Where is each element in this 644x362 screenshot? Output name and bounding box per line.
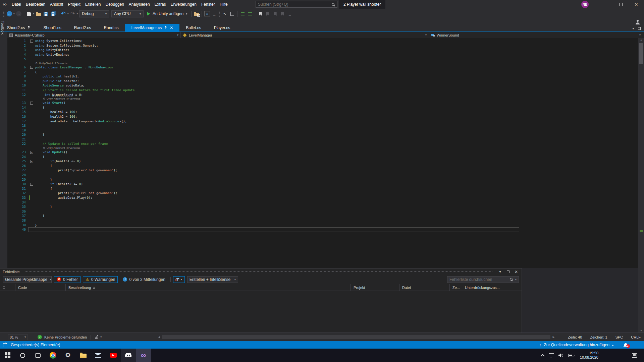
bookmark-prev-icon[interactable] xyxy=(265,10,271,18)
comment-lines-icon[interactable] xyxy=(239,10,246,18)
bookmark-icon[interactable] xyxy=(257,10,263,18)
fold-collapse-icon[interactable]: − xyxy=(30,183,33,186)
search-icon[interactable] xyxy=(509,278,513,281)
line-margin[interactable] xyxy=(26,70,35,74)
scroll-down-icon[interactable]: ▼ xyxy=(638,329,644,332)
code-line[interactable]: 9 public int health2; xyxy=(7,79,638,83)
fold-collapse-icon[interactable]: − xyxy=(30,66,33,69)
window-position-icon[interactable]: ▾ xyxy=(497,269,503,274)
float-icon[interactable] xyxy=(505,269,511,274)
tab-Shoot1.cs[interactable]: Shoot1.cs xyxy=(37,24,67,32)
line-margin[interactable] xyxy=(26,200,35,205)
taskbar-cortana-search-icon[interactable] xyxy=(15,349,30,362)
code-line[interactable]: 33 audioData.Play(0); xyxy=(7,195,638,200)
save-icon[interactable] xyxy=(43,10,49,18)
new-project-icon[interactable] xyxy=(26,10,32,18)
float-window-icon[interactable] xyxy=(638,27,641,30)
warnings-toggle[interactable]: ⚠ 0 Warnungen xyxy=(83,276,118,283)
code-line[interactable]: 37 } xyxy=(7,214,638,218)
taskbar-start-icon[interactable] xyxy=(0,349,15,362)
code-line[interactable]: 28 xyxy=(7,173,638,177)
fold-collapse-icon[interactable]: − xyxy=(30,40,33,43)
back-icon[interactable]: ← xyxy=(6,10,12,18)
code-line[interactable]: 15 health1 = 100; xyxy=(7,110,638,114)
line-ending-indicator[interactable]: CRLF xyxy=(631,335,641,339)
code-line[interactable]: 2using System.Collections.Generic; xyxy=(7,43,638,48)
account-avatar[interactable]: NB xyxy=(581,1,589,8)
code-line[interactable]: 11 // Start is called before the first f… xyxy=(7,88,638,93)
code-line[interactable]: 7{ xyxy=(7,70,638,74)
column-header-Datei[interactable]: Datei xyxy=(399,284,450,291)
platform-dropdown[interactable]: Any CPU▾ xyxy=(111,10,144,17)
line-margin[interactable] xyxy=(26,191,35,195)
code-line[interactable]: 29 } xyxy=(7,177,638,182)
code-line[interactable]: 16 health2 = 100; xyxy=(7,114,638,119)
forward-icon[interactable]: → xyxy=(16,10,22,18)
search-icon[interactable] xyxy=(331,3,335,6)
taskbar-clock[interactable]: 19:50 10.08.2020 xyxy=(577,351,598,360)
code-line[interactable]: 13− void Start() xyxy=(7,101,638,105)
codelens-label[interactable]: Unity-Nachricht | 0 Verweise xyxy=(47,97,80,101)
fold-collapse-icon[interactable]: − xyxy=(30,102,33,105)
code-line[interactable]: 27 print("Spieler2 hat gewonnen"); xyxy=(7,168,638,173)
line-margin[interactable] xyxy=(26,74,35,79)
code-line[interactable]: 17 audioData = GetComponent<AudioSource>… xyxy=(7,119,638,124)
network-icon[interactable] xyxy=(547,349,556,362)
close-panel-icon[interactable]: ✕ xyxy=(514,269,519,274)
scrollbar-thumb[interactable] xyxy=(639,43,643,64)
volume-icon[interactable] xyxy=(556,349,566,362)
line-margin[interactable] xyxy=(26,155,35,159)
battery-icon[interactable] xyxy=(566,349,577,362)
line-margin[interactable] xyxy=(26,168,35,173)
code-line[interactable]: 20 } xyxy=(7,132,638,137)
quick-search[interactable] xyxy=(256,1,337,8)
dash-icon[interactable]: _ xyxy=(211,10,217,18)
code-line[interactable]: 34 xyxy=(7,200,638,205)
code-cleanup-icon[interactable] xyxy=(95,335,99,339)
taskbar-chrome-icon[interactable] xyxy=(45,349,60,362)
attach-to-unity-button[interactable]: An Unity anfügen ▾ xyxy=(147,11,187,16)
menu-item[interactable]: Erstellen xyxy=(83,0,103,9)
bookmark-next-icon[interactable] xyxy=(272,10,278,18)
column-header-Code[interactable]: Code xyxy=(15,284,66,291)
line-margin[interactable] xyxy=(26,132,35,137)
line-margin[interactable]: − xyxy=(26,101,35,105)
scroll-left-icon[interactable]: ◀ xyxy=(158,336,160,339)
tab-Bullet.cs[interactable]: Bullet.cs xyxy=(179,24,207,32)
toolbar-grip[interactable] xyxy=(3,11,4,17)
restore-button[interactable] xyxy=(613,0,629,9)
line-margin[interactable] xyxy=(26,209,35,214)
code-line[interactable]: 8 public int health1; xyxy=(7,74,638,79)
code-line[interactable]: 36 xyxy=(7,209,638,214)
code-line[interactable]: 40 xyxy=(7,227,638,232)
scroll-right-icon[interactable]: ▶ xyxy=(552,336,554,339)
code-line[interactable]: 21 xyxy=(7,137,638,142)
action-center-icon[interactable] xyxy=(629,349,639,362)
notifications-bell-icon[interactable]: 1 xyxy=(624,343,628,347)
column-header-Ze...[interactable]: Ze... xyxy=(450,284,462,291)
vertical-scrollbar[interactable]: ▲ ▼ xyxy=(638,38,644,333)
menu-item[interactable]: Analysieren xyxy=(126,0,152,9)
line-margin[interactable] xyxy=(26,119,35,124)
dash-icon[interactable]: _ xyxy=(287,10,293,18)
minimize-button[interactable]: — xyxy=(598,0,613,9)
code-line[interactable]: 31 { xyxy=(7,186,638,191)
tab-Rand2.cs[interactable]: Rand2.cs xyxy=(68,24,98,32)
column-header-Unterdrückungszus...[interactable]: Unterdrückungszus... xyxy=(462,284,510,291)
fold-collapse-icon[interactable]: − xyxy=(30,151,33,154)
space-indicator[interactable]: SPC xyxy=(615,335,623,339)
code-line[interactable]: 35 } xyxy=(7,204,638,209)
line-margin[interactable] xyxy=(26,195,35,200)
code-line[interactable]: 14 { xyxy=(7,105,638,110)
close-tab-icon[interactable]: ✕ xyxy=(170,25,173,30)
member-dropdown[interactable]: WinnerSound ▾ xyxy=(429,32,644,38)
toolbox-tab[interactable]: Toolbox xyxy=(1,21,5,35)
zoom-dropdown[interactable]: 81 %▾ xyxy=(8,334,28,340)
bookmark-clear-icon[interactable] xyxy=(279,10,285,18)
undo-icon[interactable]: ↶ xyxy=(60,10,66,18)
code-line[interactable]: 19 xyxy=(7,128,638,133)
taskbar-file-explorer-icon[interactable] xyxy=(75,349,91,362)
line-margin[interactable]: − xyxy=(26,39,35,43)
codelens[interactable]: ⚙Unity-Nachricht | 0 Verweise xyxy=(43,146,638,150)
line-margin[interactable] xyxy=(26,43,35,48)
